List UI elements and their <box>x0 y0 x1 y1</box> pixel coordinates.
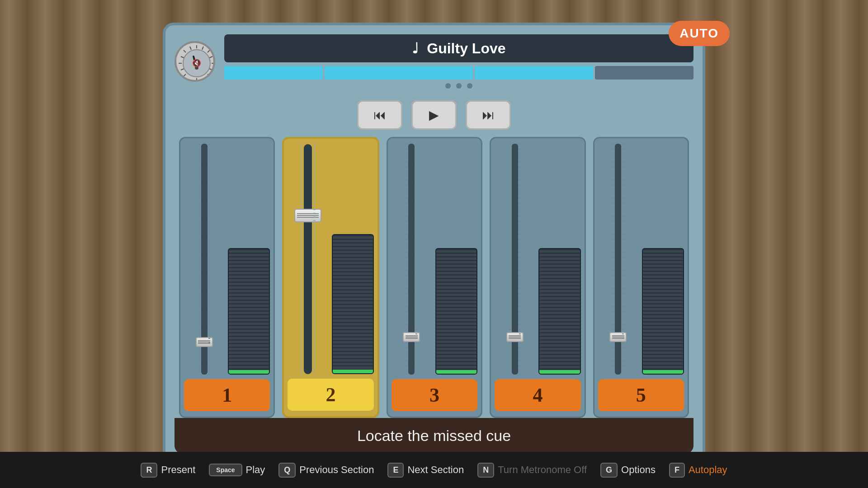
label-play: Play <box>246 464 265 476</box>
vu-meter-4 <box>538 248 580 375</box>
shortcut-autoplay: F Autoplay <box>669 463 727 478</box>
label-metronome: Turn Metronome Off <box>498 464 587 476</box>
fader-rail-4 <box>512 144 518 375</box>
transport-controls: ⏮ ▶ ⏭ <box>357 100 511 130</box>
vu-green-2 <box>333 370 373 373</box>
section-dots <box>224 83 693 89</box>
channel-number-4[interactable]: 4 <box>495 379 580 411</box>
svg-line-11 <box>209 69 212 70</box>
dot-2 <box>456 83 462 89</box>
key-r: R <box>141 463 157 478</box>
vu-green-1 <box>229 370 269 374</box>
key-space: Space <box>209 464 242 476</box>
progress-seg-2 <box>325 66 472 80</box>
next-track-button[interactable]: ⏭ <box>466 100 511 130</box>
main-panel: AUTO <box>163 23 705 465</box>
channel-strip-3: 3 <box>387 137 482 418</box>
prev-track-button[interactable]: ⏮ <box>357 100 402 130</box>
label-present: Present <box>161 464 195 476</box>
song-info: ♩ Guilty Love <box>224 34 693 89</box>
song-title: ♩ Guilty Love <box>412 40 505 56</box>
vu-meter-5 <box>642 248 684 375</box>
label-next-section: Next Section <box>407 464 464 476</box>
svg-text:🔇: 🔇 <box>192 59 201 67</box>
shortcut-present: R Present <box>141 463 195 478</box>
fader-knob-1[interactable] <box>196 337 213 347</box>
progress-bar <box>224 66 693 80</box>
channel-number-2[interactable]: 2 <box>288 379 373 411</box>
music-note-icon: ♩ <box>412 40 419 56</box>
dot-3 <box>467 83 472 89</box>
fader-track-1 <box>184 144 224 375</box>
channel-strip-2: 2 <box>282 137 379 418</box>
svg-line-8 <box>181 56 184 58</box>
fader-area-4 <box>495 144 580 375</box>
fader-area-2 <box>288 144 373 374</box>
label-prev-section: Previous Section <box>299 464 374 476</box>
channel-strip-1: 1 <box>179 137 275 418</box>
channel-number-3[interactable]: 3 <box>392 379 477 411</box>
vu-green-3 <box>436 370 476 374</box>
key-f: F <box>669 463 685 478</box>
wood-background: AUTO <box>0 0 868 488</box>
fader-track-3 <box>392 144 432 375</box>
fader-area-1 <box>184 144 270 375</box>
shortcut-play: Space Play <box>209 464 265 476</box>
svg-line-9 <box>209 56 212 58</box>
progress-seg-1 <box>224 66 323 80</box>
key-e: E <box>387 463 404 478</box>
fader-rail-5 <box>615 144 621 375</box>
fader-knob-5[interactable] <box>609 332 627 342</box>
channel-strip-4: 4 <box>490 137 585 418</box>
bottom-message-area: Locate the missed cue <box>175 418 693 454</box>
fader-rail-3 <box>408 144 415 375</box>
svg-line-4 <box>184 50 186 52</box>
shortcut-prev-section: Q Previous Section <box>278 463 374 478</box>
vu-meter-3 <box>435 248 477 375</box>
svg-line-10 <box>181 69 184 70</box>
fader-track-2 <box>288 144 328 374</box>
fader-knob-4[interactable] <box>506 332 524 342</box>
fader-area-5 <box>598 144 684 375</box>
missed-cue-message: Locate the missed cue <box>357 427 511 444</box>
channel-number-1[interactable]: 1 <box>184 379 270 411</box>
svg-line-5 <box>208 50 210 52</box>
progress-seg-4 <box>595 66 693 80</box>
label-autoplay: Autoplay <box>689 464 727 476</box>
channel-strip-5: 5 <box>593 137 689 418</box>
fader-knob-3[interactable] <box>403 332 420 342</box>
svg-line-12 <box>190 47 191 50</box>
fader-rail-1 <box>201 144 208 375</box>
song-title-bar: ♩ Guilty Love <box>224 34 693 62</box>
app-wrapper: AUTO <box>0 0 868 488</box>
fader-track-4 <box>495 144 535 375</box>
dot-1 <box>445 83 451 89</box>
svg-line-13 <box>202 47 203 50</box>
vu-green-4 <box>539 370 580 374</box>
auto-badge[interactable]: AUTO <box>669 21 730 46</box>
main-content-area: AUTO <box>0 18 868 470</box>
key-g: G <box>600 463 618 478</box>
top-section: 🔇 ♩ Guilty Love <box>175 34 693 89</box>
vu-meter-1 <box>228 248 270 375</box>
shortcut-metronome: N Turn Metronome Off <box>477 463 587 478</box>
play-pause-button[interactable]: ▶ <box>411 100 457 130</box>
channels-row: 1 <box>175 137 693 418</box>
shortcut-next-section: E Next Section <box>387 463 464 478</box>
svg-line-6 <box>184 74 186 76</box>
fader-area-3 <box>392 144 477 375</box>
label-options: Options <box>621 464 656 476</box>
key-q: Q <box>278 463 296 478</box>
metronome-icon: 🔇 <box>175 41 215 82</box>
fader-track-5 <box>598 144 638 375</box>
big-fader-rail-2 <box>304 144 312 374</box>
big-fader-knob-2[interactable] <box>294 209 321 222</box>
vu-green-5 <box>643 370 683 374</box>
shortcut-options: G Options <box>600 463 656 478</box>
progress-seg-3 <box>475 66 593 80</box>
channel-number-5[interactable]: 5 <box>598 379 684 411</box>
key-n: N <box>477 463 494 478</box>
svg-line-7 <box>208 74 210 76</box>
vu-meter-2 <box>332 234 374 374</box>
footer-bar: R Present Space Play Q Previous Section … <box>0 452 868 488</box>
